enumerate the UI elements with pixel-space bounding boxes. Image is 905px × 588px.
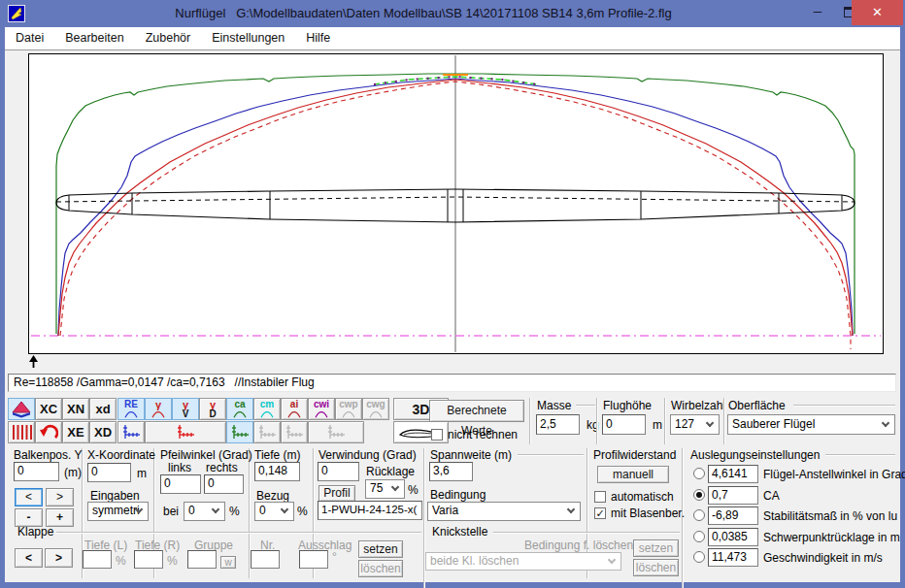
menu-hilfe[interactable]: Hilfe (295, 27, 341, 49)
oberflaeche-value: Sauberer Flügel (732, 417, 815, 431)
tool-re-button[interactable]: RE (117, 398, 145, 420)
bezug-select[interactable]: 0 (254, 502, 294, 521)
balkenpos-next-button[interactable]: > (46, 488, 74, 506)
tiefe-input[interactable]: 0,148 (254, 462, 300, 481)
auslegung-label-2: Stabilitätsmaß in % von lu (763, 509, 897, 523)
flughoehe-label: Flughöhe (603, 399, 652, 412)
tool-gamma-button[interactable]: γ (145, 398, 172, 420)
auslegung-value-0[interactable]: 4,6141 (708, 465, 758, 483)
nicht-rechnen-checkbox[interactable] (431, 429, 443, 441)
gruppe-input[interactable] (187, 550, 217, 569)
tool-xe-button[interactable]: XE (62, 421, 89, 443)
tool-ai-button[interactable]: ai (281, 398, 308, 420)
oberflaeche-groupline (793, 405, 895, 407)
auslegung-radio-4[interactable] (693, 551, 705, 563)
tool-axis-gray2-button (281, 421, 308, 443)
tool-cwi-button[interactable]: cwi (308, 398, 335, 420)
cwg-label: cwg (366, 400, 385, 409)
knickstelle-value: beide Kl. löschen (430, 554, 519, 568)
menu-zubehoer[interactable]: Zubehör (135, 27, 202, 49)
tiefe-label: Tiefe (m) (254, 448, 301, 462)
menu-datei[interactable]: Datei (5, 27, 54, 49)
wing-plot-canvas[interactable] (28, 53, 884, 354)
auslegung-radio-2[interactable] (693, 509, 705, 521)
klappe-setzen-button[interactable]: setzen (358, 540, 403, 558)
auslegung-label-1: CA (763, 489, 780, 503)
axis-red-icon (175, 424, 196, 441)
menu-einstellungen[interactable]: Einstellungen (201, 27, 295, 49)
tool-axis-blue-button[interactable] (117, 421, 145, 443)
pfeilwinkel-links-label: links (168, 461, 191, 474)
auslegung-radio-0[interactable] (693, 468, 705, 479)
tiefe-l-input[interactable] (83, 550, 112, 569)
balkenpos-prev-button[interactable]: < (15, 488, 43, 506)
berechnete-werte-button[interactable]: Berechnete Werte (429, 400, 524, 422)
cm-label: cm (260, 400, 274, 409)
nr-input[interactable] (251, 550, 280, 569)
oberflaeche-select[interactable]: Sauberer Flügel (727, 414, 895, 435)
ruecklage-select[interactable]: 75 (365, 479, 405, 499)
pfeilwinkel-rechts-input[interactable]: 0 (204, 474, 244, 494)
profil-button[interactable]: Profil (318, 485, 355, 502)
masse-input[interactable]: 2,5 (536, 414, 580, 435)
tool-ca-button[interactable]: ca (226, 398, 253, 420)
knickstelle-setzen-button: setzen (633, 539, 679, 557)
undo-arrow-icon (39, 424, 58, 441)
pfeilwinkel-links-input[interactable]: 0 (160, 474, 201, 494)
gamma-v-v: V (183, 409, 189, 419)
auslegung-radio-1[interactable] (693, 489, 705, 501)
pfeilwinkel-bei-label: bei (163, 505, 179, 518)
gamma-label: γ (155, 400, 161, 409)
minimize-button[interactable]: – (806, 0, 829, 25)
tool-undo-button[interactable] (35, 421, 62, 443)
tool-xc-button[interactable]: XC (35, 398, 62, 420)
auslegung-radio-3[interactable] (693, 531, 705, 542)
knickstelle-groupline (493, 532, 680, 534)
cwp-curve-icon (340, 409, 357, 418)
cm-curve-icon (258, 409, 276, 418)
gruppe-w-button[interactable]: w (220, 556, 236, 569)
tool-gamma-v-button[interactable]: γ V (172, 398, 199, 420)
pfeilwinkel-percent: % (229, 505, 240, 518)
tool-xd-button[interactable]: xd (89, 398, 117, 420)
knickstelle-select: beide Kl. löschen (425, 552, 621, 571)
close-button[interactable]: ✕ (852, 0, 903, 25)
auslegung-label-3: Schwerpunktrücklage in m (763, 531, 900, 544)
xkoordinate-input[interactable]: 0 (87, 463, 131, 482)
tool-axis-red-button[interactable] (145, 421, 226, 443)
klappe-next-button[interactable]: > (45, 548, 73, 568)
tool-xd-caps-button[interactable]: XD (89, 421, 117, 443)
balkenpos-input[interactable]: 0 (14, 462, 59, 481)
verwindung-input[interactable]: 0 (318, 462, 359, 481)
auslegung-value-1[interactable]: 0,7 (708, 486, 758, 505)
tool-wing-button[interactable] (8, 398, 35, 420)
flughoehe-input[interactable]: 0 (602, 414, 646, 435)
tiefe-r-input[interactable] (134, 550, 163, 569)
eingaben-select[interactable]: symmetri (87, 502, 149, 521)
knickstelle-label: Knickstelle (432, 525, 487, 539)
tool-axis-green-button[interactable] (226, 421, 253, 443)
wirbelzahl-select[interactable]: 127 (670, 414, 720, 435)
auslegung-value-2[interactable]: -6,89 (708, 506, 758, 525)
pfeilwinkel-bei-select[interactable]: 0 (184, 502, 225, 521)
automatisch-checkbox[interactable] (594, 491, 606, 503)
menu-bearbeiten[interactable]: Bearbeiten (54, 27, 134, 49)
bedingung-label: Bedingung (430, 488, 486, 502)
profil-input[interactable]: 1-PWUH-24-125-x( (318, 501, 422, 520)
ausschlag-input[interactable] (299, 550, 328, 569)
klappe-prev-button[interactable]: < (15, 548, 43, 568)
mit-blasenber-checkbox[interactable]: ✓ (594, 507, 606, 519)
manuell-button[interactable]: manuell (597, 466, 669, 483)
bedingung-select[interactable]: Varia (427, 502, 581, 521)
spannweite-input[interactable]: 3,6 (429, 462, 473, 481)
tool-gamma-d-button[interactable]: γ D (199, 398, 226, 420)
oberflaeche-label: Oberfläche (728, 399, 786, 412)
auslegung-value-4[interactable]: 11,473 (708, 548, 758, 567)
tool-cm-button[interactable]: cm (253, 398, 281, 420)
profilwiderstand-label: Profilwiderstand (593, 448, 676, 462)
tool-xn-button[interactable]: XN (62, 398, 89, 420)
chevron-down-icon (281, 506, 288, 513)
tool-ribs-button[interactable] (8, 421, 35, 443)
chevron-down-icon (212, 506, 219, 513)
auslegung-value-3[interactable]: 0,0385 (708, 528, 758, 546)
